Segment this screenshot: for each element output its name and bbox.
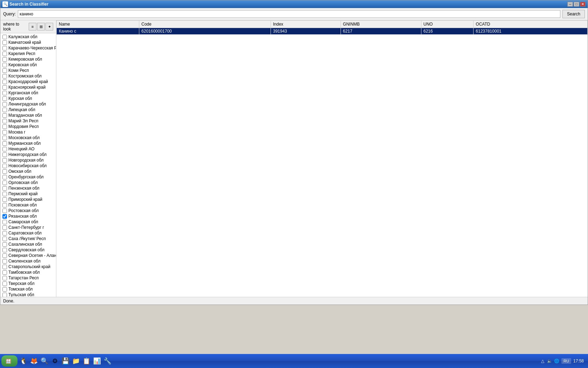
region-checkbox[interactable] [2,63,7,67]
taskbar-app-firefox[interactable]: 🦊 [29,356,38,366]
region-list-item[interactable]: Ставропольский край [0,264,56,270]
region-list-item[interactable]: Пермский край [0,191,56,197]
region-checkbox[interactable] [2,35,7,39]
region-checkbox[interactable] [2,141,7,146]
taskbar-app-search[interactable]: 🔍 [40,356,49,366]
minimize-button[interactable]: ─ [567,2,573,7]
region-list-item[interactable]: Татарстан Респ [0,275,56,281]
region-list-item[interactable]: Курганская обл [0,90,56,96]
taskbar-app-clipboard[interactable]: 📋 [82,356,91,366]
region-checkbox[interactable] [2,192,7,196]
region-list-item[interactable]: Московская обл [0,135,56,141]
taskbar-app-report[interactable]: 📊 [92,356,102,366]
region-checkbox[interactable] [2,270,7,275]
grid-view-button[interactable]: ⊞ [37,23,45,30]
region-list-item[interactable]: Магаданская обл [0,113,56,118]
region-list-item[interactable]: Ненецкий АО [0,146,56,152]
region-list-item[interactable]: Москва г [0,129,56,135]
region-checkbox[interactable] [2,130,7,135]
region-checkbox[interactable] [2,237,7,241]
region-checkbox[interactable] [2,220,7,224]
region-list-item[interactable]: Камчатский край [0,40,56,45]
region-list-item[interactable]: Оренбургская обл [0,174,56,180]
region-list-item[interactable]: Нижегородская обл [0,152,56,157]
region-list-item[interactable]: Липецкая обл [0,107,56,113]
region-list-item[interactable]: Томская обл [0,286,56,292]
region-list-item[interactable]: Северная Осетия - Алан [0,253,56,258]
language-indicator[interactable]: RU [561,358,571,364]
region-list-item[interactable]: Костромская обл [0,73,56,79]
region-checkbox[interactable] [2,175,7,179]
region-list-item[interactable]: Ростовская обл [0,208,56,213]
region-list-item[interactable]: Сахалинская обл [0,241,56,247]
region-checkbox[interactable] [2,281,7,286]
taskbar-app-settings[interactable]: ⚙ [50,356,59,366]
region-list-item[interactable]: Краснодарский край [0,79,56,84]
region-checkbox[interactable] [2,180,7,185]
region-list-item[interactable]: Тамбовская обл [0,270,56,275]
region-list-item[interactable]: Орловская обл [0,180,56,185]
list-view-button[interactable]: ≡ [29,23,36,30]
region-list[interactable]: Калужская облКамчатский крайКарачаево-Че… [0,33,56,297]
region-list-item[interactable]: Рязанская обл [0,213,56,219]
region-checkbox[interactable] [2,231,7,236]
taskbar-app-folder[interactable]: 📁 [71,356,80,366]
region-list-item[interactable]: Санкт-Петербург г [0,225,56,230]
region-checkbox[interactable] [2,85,7,90]
region-checkbox[interactable] [2,113,7,118]
close-button[interactable]: ✕ [580,2,586,7]
region-list-item[interactable]: Новосибирская обл [0,163,56,169]
region-checkbox[interactable] [2,209,7,213]
region-checkbox[interactable] [2,169,7,174]
region-list-item[interactable]: Омская обл [0,169,56,174]
taskbar-app-linux[interactable]: 🐧 [19,356,28,366]
region-checkbox[interactable] [2,108,7,112]
region-checkbox[interactable] [2,74,7,79]
region-list-item[interactable]: Саратовская обл [0,230,56,236]
region-list-item[interactable]: Карачаево-Черкесская Р [0,45,56,51]
region-checkbox[interactable] [2,119,7,123]
region-checkbox[interactable] [2,242,7,247]
region-list-item[interactable]: Смоленская обл [0,258,56,264]
region-list-item[interactable]: Мурманская обл [0,141,56,146]
region-checkbox[interactable] [2,276,7,280]
taskbar-app-save[interactable]: 💾 [61,356,70,366]
region-checkbox[interactable] [2,248,7,252]
region-checkbox[interactable] [2,91,7,95]
region-checkbox[interactable] [2,124,7,129]
region-checkbox[interactable] [2,96,7,101]
region-list-item[interactable]: Тверская обл [0,281,56,286]
region-list-item[interactable]: Новгородская обл [0,157,56,163]
region-list-item[interactable]: Самарская обл [0,219,56,225]
region-checkbox[interactable] [2,158,7,163]
region-checkbox[interactable] [2,214,7,219]
region-list-item[interactable]: Тульская обл [0,292,56,297]
results-table-wrapper[interactable]: Name Code Index GNINMB UNO OCATD Канино … [56,20,588,297]
region-checkbox[interactable] [2,57,7,62]
region-list-item[interactable]: Кемеровская обл [0,56,56,62]
taskbar-app-tool[interactable]: 🔧 [103,356,112,366]
region-checkbox[interactable] [2,46,7,50]
region-list-item[interactable]: Курская обл [0,96,56,101]
region-checkbox[interactable] [2,152,7,157]
region-list-item[interactable]: Коми Респ [0,68,56,73]
region-checkbox[interactable] [2,265,7,269]
region-list-item[interactable]: Пензенская обл [0,185,56,191]
region-checkbox[interactable] [2,197,7,202]
region-checkbox[interactable] [2,225,7,230]
region-list-item[interactable]: Карелия Респ [0,51,56,56]
region-checkbox[interactable] [2,52,7,56]
region-checkbox[interactable] [2,147,7,151]
region-list-item[interactable]: Псковская обл [0,202,56,208]
region-checkbox[interactable] [2,186,7,191]
region-checkbox[interactable] [2,203,7,207]
search-button[interactable]: Search [562,10,585,18]
region-list-item[interactable]: Калужская обл [0,34,56,40]
region-checkbox[interactable] [2,287,7,292]
table-row[interactable]: Канино с62016000017003919436217621661237… [57,28,588,35]
region-list-item[interactable]: Марий Эл Респ [0,118,56,124]
region-checkbox[interactable] [2,68,7,73]
region-checkbox[interactable] [2,164,7,168]
region-checkbox[interactable] [2,259,7,264]
region-checkbox[interactable] [2,80,7,84]
